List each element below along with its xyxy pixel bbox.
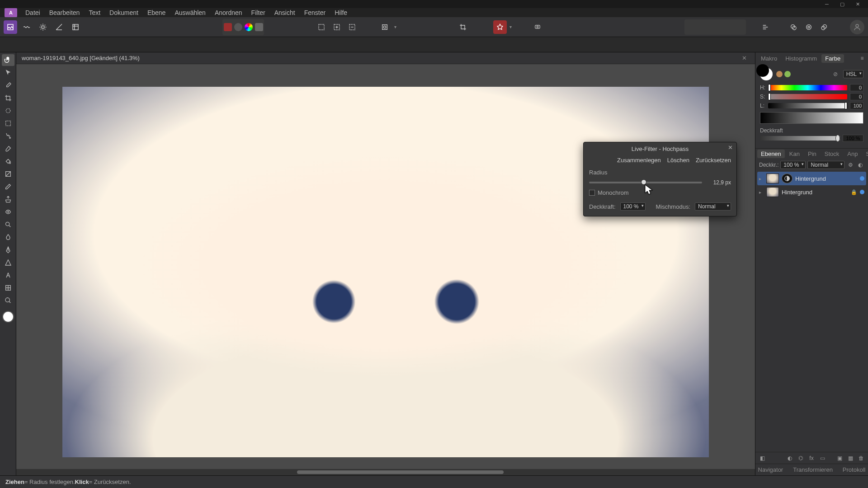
window-minimize-button[interactable]: ─: [819, 0, 835, 8]
document-tab[interactable]: woman-1919143_640.jpg [Geändert] (41.3%)…: [16, 52, 755, 64]
menu-layer[interactable]: Ebene: [143, 8, 170, 17]
gradient-tool[interactable]: [2, 168, 14, 180]
menu-file[interactable]: Datei: [21, 8, 45, 17]
persona-liquify-button[interactable]: [20, 20, 33, 34]
window-close-button[interactable]: ✕: [850, 0, 865, 8]
erase-tool[interactable]: [2, 181, 14, 192]
dialog-opacity-dropdown[interactable]: 100 %: [620, 202, 646, 211]
tab-styles[interactable]: Stile: [862, 150, 868, 158]
lock-icon[interactable]: 🔒: [851, 189, 857, 195]
tab-layers[interactable]: Ebenen: [757, 150, 785, 158]
horizontal-scrollbar-thumb[interactable]: [297, 470, 504, 474]
lightness-slider[interactable]: [768, 103, 847, 108]
inpaint-tool[interactable]: [2, 206, 14, 218]
saturation-slider[interactable]: [768, 94, 847, 99]
layer-expand-icon[interactable]: ▸: [759, 176, 764, 181]
eyedropper-sample-2[interactable]: [784, 71, 791, 77]
persona-develop-button[interactable]: [36, 20, 50, 34]
insert-behind-button[interactable]: [787, 20, 800, 34]
hue-input[interactable]: [850, 84, 863, 91]
eyedropper-sample-1[interactable]: [776, 71, 783, 77]
adjustment-layer-button[interactable]: ◐: [786, 454, 794, 462]
crop-tool[interactable]: [2, 92, 14, 104]
lightness-input[interactable]: [850, 102, 863, 109]
radius-slider-thumb[interactable]: [641, 179, 646, 185]
add-layer-button[interactable]: ▦: [846, 454, 854, 462]
menu-window[interactable]: Fenster: [300, 8, 330, 17]
align-just-button[interactable]: [731, 20, 745, 34]
quickmask-button[interactable]: [378, 20, 392, 34]
persona-export-button[interactable]: [69, 20, 82, 34]
menu-view[interactable]: Ansicht: [270, 8, 300, 17]
dialog-delete-button[interactable]: Löschen: [667, 157, 689, 164]
move-tool[interactable]: [2, 67, 14, 79]
gradient-preview[interactable]: [760, 112, 863, 124]
fx-layer-button[interactable]: fx: [807, 454, 816, 462]
arrange-button[interactable]: [759, 20, 772, 34]
align-right-button[interactable]: [716, 20, 730, 34]
panel-menu-icon[interactable]: ≡: [858, 54, 866, 62]
selection-sub-button[interactable]: [345, 20, 359, 34]
tab-brushes[interactable]: Pin: [804, 150, 820, 158]
paint-brush-tool[interactable]: [2, 143, 14, 155]
tab-navigator[interactable]: Navigator: [755, 465, 787, 474]
saturation-input[interactable]: [850, 93, 863, 100]
tab-channels[interactable]: Kan: [786, 150, 803, 158]
mask-layer-button[interactable]: ▭: [818, 454, 826, 462]
live-filter-button[interactable]: ⌬: [797, 454, 805, 462]
layer-fx-icon[interactable]: ◐: [856, 161, 864, 169]
layer-row-0[interactable]: ▸ Hintergrund: [757, 172, 866, 185]
align-left-button[interactable]: [685, 20, 699, 34]
menu-select[interactable]: Auswählen: [170, 8, 210, 17]
radius-value[interactable]: 12,9 px: [707, 179, 731, 186]
menu-filter[interactable]: Filter: [247, 8, 270, 17]
tab-adjust[interactable]: Anp: [844, 150, 861, 158]
menu-help[interactable]: Hilfe: [330, 8, 352, 17]
autoselect-swatches[interactable]: [222, 19, 264, 35]
horizontal-scrollbar[interactable]: [16, 469, 755, 475]
tab-transform[interactable]: Transformieren: [789, 465, 836, 474]
flood-select-tool[interactable]: [2, 130, 14, 142]
foreground-color-well[interactable]: [2, 311, 14, 323]
layer-row-1[interactable]: ▸ Hintergrund 🔒: [757, 185, 866, 199]
color-picker-tool[interactable]: [2, 80, 14, 91]
marquee-tool[interactable]: [2, 117, 14, 129]
dialog-close-button[interactable]: ✕: [728, 144, 733, 151]
hand-tool[interactable]: [2, 54, 14, 66]
window-maximize-button[interactable]: ▢: [835, 0, 850, 8]
layer-expand-icon[interactable]: ▸: [759, 190, 764, 195]
shape-tool[interactable]: [2, 257, 14, 268]
dialog-titlebar[interactable]: Live-Filter - Hochpass ✕: [584, 142, 736, 155]
live-filter-dialog[interactable]: Live-Filter - Hochpass ✕ Zusammenlegen L…: [583, 142, 737, 216]
persona-tonemap-button[interactable]: [52, 20, 66, 34]
document-tab-close[interactable]: ✕: [739, 55, 750, 61]
clone-tool[interactable]: [2, 193, 14, 205]
opacity-slider[interactable]: [760, 136, 840, 141]
viewport[interactable]: [16, 64, 755, 469]
selection-brush-tool[interactable]: [2, 105, 14, 117]
text-tool[interactable]: [2, 269, 14, 281]
dialog-blend-dropdown[interactable]: Normal: [695, 202, 731, 211]
delete-layer-button[interactable]: 🗑: [857, 454, 865, 462]
insert-front-button[interactable]: [817, 20, 831, 34]
assistant-button[interactable]: [493, 20, 507, 34]
selection-add-button[interactable]: [330, 20, 344, 34]
filter-mask-icon[interactable]: [782, 174, 793, 183]
zoom-tool[interactable]: [2, 295, 14, 306]
tab-history[interactable]: Protokoll: [839, 465, 868, 474]
opacity-input[interactable]: [843, 135, 863, 142]
crop-snapping-button[interactable]: [456, 20, 470, 34]
align-center-button[interactable]: [701, 20, 714, 34]
hue-slider[interactable]: [768, 85, 847, 90]
layer-opacity-dropdown[interactable]: 100 %: [780, 161, 806, 169]
dodge-tool[interactable]: [2, 219, 14, 230]
layer-settings-icon[interactable]: ⚙: [846, 161, 854, 169]
group-layer-button[interactable]: ▣: [835, 454, 844, 462]
insert-inside-button[interactable]: [802, 20, 816, 34]
tab-stock[interactable]: Stock: [821, 150, 843, 158]
color-swatches[interactable]: [760, 68, 773, 80]
selection-new-button[interactable]: [315, 20, 328, 34]
tab-histogram[interactable]: Histogramm: [782, 54, 821, 63]
account-avatar[interactable]: [850, 20, 864, 34]
preview-mode-button[interactable]: [531, 20, 544, 34]
